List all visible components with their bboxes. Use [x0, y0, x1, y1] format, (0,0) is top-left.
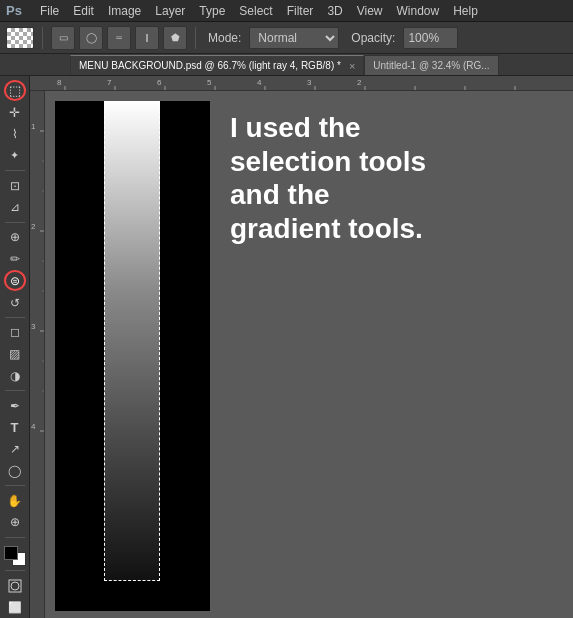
crop-tool-button[interactable]: ⊡: [4, 175, 26, 196]
menu-3d[interactable]: 3D: [327, 4, 342, 18]
menu-bar: Ps File Edit Image Layer Type Select Fil…: [0, 0, 573, 22]
ruler-top-svg: 8 7 6 5 4 3 2: [45, 76, 573, 91]
menu-filter[interactable]: Filter: [287, 4, 314, 18]
ruler-left-svg: 1 2 3 4: [30, 91, 45, 618]
mode-label: Mode:: [208, 31, 241, 45]
foreground-color-swatch[interactable]: [4, 546, 18, 560]
svg-text:7: 7: [107, 78, 112, 87]
menu-window[interactable]: Window: [397, 4, 440, 18]
single-col-button[interactable]: ‖: [135, 26, 159, 50]
eraser-tool-button[interactable]: ◻: [4, 322, 26, 343]
tab-untitled[interactable]: Untitled-1 @ 32.4% (RG...: [364, 55, 498, 75]
tab-menu-background[interactable]: MENU BACKGROUND.psd @ 66.7% (light ray 4…: [70, 55, 364, 75]
zoom-tool-button[interactable]: ⊕: [4, 512, 26, 533]
svg-text:5: 5: [207, 78, 212, 87]
menu-file[interactable]: File: [40, 4, 59, 18]
menu-edit[interactable]: Edit: [73, 4, 94, 18]
menu-help[interactable]: Help: [453, 4, 478, 18]
tab-close-1[interactable]: ×: [349, 60, 355, 72]
svg-text:4: 4: [31, 422, 36, 431]
tool-separator-6: [5, 537, 25, 538]
clone-stamp-tool-button[interactable]: ⊜: [4, 270, 26, 291]
menu-type[interactable]: Type: [199, 4, 225, 18]
tool-separator-5: [5, 485, 25, 486]
svg-text:2: 2: [357, 78, 362, 87]
color-swatch[interactable]: [4, 546, 26, 567]
tool-separator-1: [5, 170, 25, 171]
dodge-tool-button[interactable]: ◑: [4, 365, 26, 386]
opacity-input[interactable]: [403, 27, 458, 49]
svg-text:4: 4: [257, 78, 262, 87]
spot-heal-tool-button[interactable]: ⊕: [4, 227, 26, 248]
tab-label-1: MENU BACKGROUND.psd @ 66.7% (light ray 4…: [79, 60, 341, 71]
svg-text:8: 8: [57, 78, 62, 87]
tools-panel: ⬚ ✛ ⌇ ✦ ⊡ ⊿ ⊕ ✏ ⊜ ↺ ◻ ▨ ◑ ✒ T ↗ ◯ ✋ ⊕: [0, 76, 30, 618]
rect-marquee-button[interactable]: ▭: [51, 26, 75, 50]
history-brush-tool-button[interactable]: ↺: [4, 292, 26, 313]
single-row-button[interactable]: ═: [107, 26, 131, 50]
eyedropper-tool-button[interactable]: ⊿: [4, 197, 26, 218]
main-area: ⬚ ✛ ⌇ ✦ ⊡ ⊿ ⊕ ✏ ⊜ ↺ ◻ ▨ ◑ ✒ T ↗ ◯ ✋ ⊕: [0, 76, 573, 618]
annotation-content: I used the selection tools and the gradi…: [230, 112, 426, 244]
menu-image[interactable]: Image: [108, 4, 141, 18]
path-select-tool-button[interactable]: ↗: [4, 439, 26, 460]
svg-point-1: [11, 582, 19, 590]
custom-shape-button[interactable]: ⬟: [163, 26, 187, 50]
brush-tool-button[interactable]: ✏: [4, 248, 26, 269]
canvas-body: 1 2 3 4: [30, 91, 573, 618]
toolbar-separator-2: [195, 27, 196, 49]
hand-tool-button[interactable]: ✋: [4, 490, 26, 511]
svg-text:1: 1: [31, 122, 36, 131]
gradient-tool-button[interactable]: ▨: [4, 344, 26, 365]
tool-separator-2: [5, 222, 25, 223]
type-tool-button[interactable]: T: [4, 417, 26, 438]
annotation-text: I used the selection tools and the gradi…: [230, 111, 440, 245]
ellipse-button[interactable]: ◯: [79, 26, 103, 50]
canvas-inner: 8 7 6 5 4 3 2 1 2: [30, 76, 573, 618]
svg-text:6: 6: [157, 78, 162, 87]
move-tool-button[interactable]: ✛: [4, 102, 26, 123]
ruler-left: 1 2 3 4: [30, 91, 45, 618]
quick-mask-button[interactable]: [4, 575, 26, 596]
tool-separator-4: [5, 390, 25, 391]
svg-text:3: 3: [31, 322, 36, 331]
document-tabs: MENU BACKGROUND.psd @ 66.7% (light ray 4…: [0, 54, 573, 76]
ps-document-canvas: [55, 101, 210, 611]
menu-layer[interactable]: Layer: [155, 4, 185, 18]
lasso-tool-button[interactable]: ⌇: [4, 124, 26, 145]
pen-tool-button[interactable]: ✒: [4, 395, 26, 416]
menu-select[interactable]: Select: [239, 4, 272, 18]
tab-label-2: Untitled-1 @ 32.4% (RG...: [373, 60, 489, 71]
svg-text:2: 2: [31, 222, 36, 231]
canvas-container: 8 7 6 5 4 3 2 1 2: [30, 76, 573, 618]
checkerboard-button[interactable]: [6, 27, 34, 49]
tool-separator-3: [5, 317, 25, 318]
screen-mode-button[interactable]: ⬜: [4, 597, 26, 618]
options-toolbar: ▭ ◯ ═ ‖ ⬟ Mode: Normal Opacity:: [0, 22, 573, 54]
svg-text:3: 3: [307, 78, 312, 87]
quick-select-tool-button[interactable]: ✦: [4, 146, 26, 167]
gradient-layer: [104, 101, 160, 581]
shape-tool-button[interactable]: ◯: [4, 460, 26, 481]
marquee-tool-button[interactable]: ⬚: [4, 80, 26, 101]
menu-view[interactable]: View: [357, 4, 383, 18]
canvas-work: I used the selection tools and the gradi…: [45, 91, 573, 618]
opacity-label: Opacity:: [351, 31, 395, 45]
toolbar-separator-1: [42, 27, 43, 49]
mode-dropdown[interactable]: Normal: [249, 27, 339, 49]
tool-separator-7: [5, 570, 25, 571]
ps-logo: Ps: [6, 3, 22, 18]
ruler-top: 8 7 6 5 4 3 2: [30, 76, 573, 91]
